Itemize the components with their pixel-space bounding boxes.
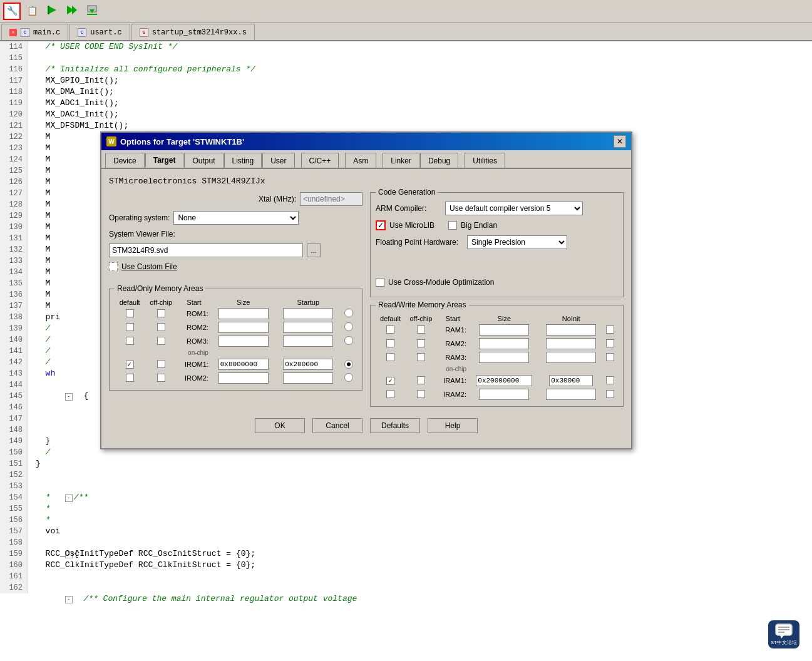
device-name: STMicroelectronics STM32L4R9ZIJx	[109, 177, 624, 186]
rom3-default-check[interactable]	[115, 334, 145, 348]
green2-button[interactable]	[63, 3, 81, 20]
rom1-size[interactable]	[275, 307, 341, 320]
rom1-default-check[interactable]	[115, 307, 145, 320]
use-custom-file-checkbox[interactable]	[109, 262, 118, 271]
irom1-size[interactable]	[275, 357, 341, 371]
iram1-default-check[interactable]: ✓	[376, 374, 405, 387]
iram2-start[interactable]	[469, 387, 540, 401]
iram1-size[interactable]	[540, 374, 603, 387]
irom1-startup[interactable]	[341, 357, 357, 371]
iram2-offchip-check[interactable]	[405, 387, 436, 401]
ram1-noinit[interactable]	[603, 323, 618, 337]
rom1-start[interactable]	[211, 307, 276, 320]
irom2-default-check[interactable]	[115, 371, 145, 385]
tab-output[interactable]: Output	[184, 153, 223, 168]
ram3-size[interactable]	[540, 351, 603, 364]
arm-compiler-select[interactable]: Use default compiler version 5 Use defau…	[445, 202, 583, 215]
tab-startup[interactable]: S startup_stm32l4r9xx.s	[131, 24, 255, 40]
iram1-start[interactable]	[469, 374, 540, 387]
rom3-label: ROM3:	[177, 334, 211, 348]
table-row: ROM3:	[115, 334, 357, 348]
rw-col-noinit-header: NoInit	[540, 314, 603, 323]
tab-debug[interactable]: Debug	[420, 153, 458, 168]
rom1-offchip-check[interactable]	[145, 307, 177, 320]
rom2-size[interactable]	[275, 320, 341, 334]
copy-button[interactable]: 📋	[23, 3, 41, 20]
tab-utilities[interactable]: Utilities	[465, 153, 505, 168]
use-microlib-checkbox[interactable]: ✓	[376, 220, 386, 230]
tab-listing[interactable]: Listing	[224, 153, 262, 168]
svd-browse-button[interactable]: ...	[307, 243, 321, 257]
chat-bubble-icon	[775, 623, 793, 638]
ram2-noinit[interactable]	[603, 337, 618, 351]
tab-asm[interactable]: Asm	[345, 153, 376, 168]
dialog-close-button[interactable]: ✕	[614, 135, 626, 148]
cancel-button[interactable]: Cancel	[312, 418, 362, 433]
ram3-label: RAM3:	[437, 351, 469, 364]
irom2-startup[interactable]	[341, 371, 357, 385]
ram1-offchip-check[interactable]	[405, 323, 436, 337]
rom3-offchip-check[interactable]	[145, 334, 177, 348]
ram3-noinit[interactable]	[603, 351, 618, 364]
fp-hardware-select[interactable]: Not Used Single Precision Double Precisi…	[467, 235, 567, 249]
irom2-offchip-check[interactable]	[145, 371, 177, 385]
copy-icon: 📋	[27, 6, 38, 16]
tab-main-c[interactable]: ✕ C main.c	[1, 24, 68, 40]
readwrite-memory-title: Read/Write Memory Areas	[376, 300, 469, 309]
iram2-default-check[interactable]	[376, 387, 405, 401]
iram1-offchip-check[interactable]	[405, 374, 436, 387]
ram1-size[interactable]	[540, 323, 603, 337]
download-button[interactable]	[83, 3, 101, 20]
big-endian-checkbox[interactable]	[448, 221, 457, 230]
ram2-offchip-check[interactable]	[405, 337, 436, 351]
iram1-noinit[interactable]	[603, 374, 618, 387]
irom2-size[interactable]	[275, 371, 341, 385]
ok-button[interactable]: OK	[255, 418, 305, 433]
ram2-size[interactable]	[540, 337, 603, 351]
ram2-start[interactable]	[469, 337, 540, 351]
tab-target[interactable]: Target	[145, 153, 184, 168]
code-line-152: 152	[0, 469, 812, 481]
rom2-start[interactable]	[211, 320, 276, 334]
ram3-start[interactable]	[469, 351, 540, 364]
rom3-startup[interactable]	[341, 334, 357, 348]
tab-device[interactable]: Device	[105, 153, 145, 168]
ram1-start[interactable]	[469, 323, 540, 337]
ram3-default-check[interactable]	[376, 351, 405, 364]
ram2-default-check[interactable]	[376, 337, 405, 351]
ram1-default-check[interactable]	[376, 323, 405, 337]
ram3-offchip-check[interactable]	[405, 351, 436, 364]
tab-usart-c[interactable]: C usart.c	[69, 24, 130, 40]
tab-linker[interactable]: Linker	[383, 153, 419, 168]
rom2-default-check[interactable]	[115, 320, 145, 334]
cross-module-row: Use Cross-Module Optimization	[376, 278, 618, 287]
code-line-115: 115	[0, 53, 812, 64]
table-row: IROM2:	[115, 371, 357, 385]
rom3-size[interactable]	[275, 334, 341, 348]
cross-module-checkbox[interactable]	[376, 278, 384, 287]
svd-input[interactable]	[109, 243, 303, 257]
irom2-start[interactable]	[211, 371, 276, 385]
irom1-offchip-check[interactable]	[145, 357, 177, 371]
readonly-memory-group: Read/Only Memory Areas default off-chip …	[109, 289, 362, 391]
tab-ccpp[interactable]: C/C++	[301, 153, 339, 168]
rom2-startup[interactable]	[341, 320, 357, 334]
irom1-default-check[interactable]: ✓	[115, 357, 145, 371]
help-button[interactable]: Help	[428, 418, 478, 433]
code-line-151: 151 }	[0, 458, 812, 469]
os-select[interactable]: None	[173, 211, 299, 225]
debug-button[interactable]: 🔧	[3, 3, 21, 20]
rom3-start[interactable]	[211, 334, 276, 348]
rom1-startup[interactable]	[341, 307, 357, 320]
iram2-noinit[interactable]	[603, 387, 618, 401]
defaults-button[interactable]: Defaults	[370, 418, 420, 433]
iram2-size[interactable]	[540, 387, 603, 401]
chat-icon-area[interactable]: ST中文论坛	[768, 620, 799, 648]
xtal-input[interactable]	[300, 192, 362, 206]
rom2-offchip-check[interactable]	[145, 320, 177, 334]
tab-close-icon[interactable]: ✕	[9, 29, 17, 36]
green1-button[interactable]	[43, 3, 61, 20]
tab-user[interactable]: User	[262, 153, 294, 168]
irom1-start[interactable]	[211, 357, 276, 371]
table-row: ✓ IRAM1:	[376, 374, 618, 387]
